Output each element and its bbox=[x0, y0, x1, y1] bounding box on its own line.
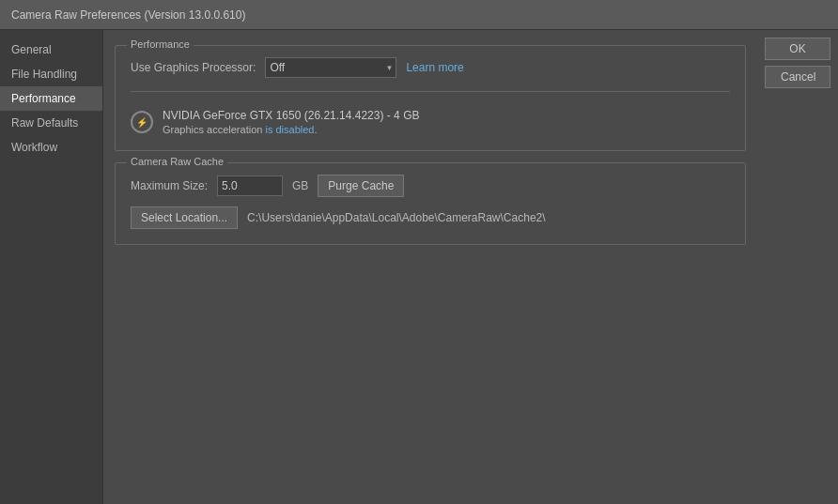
cache-panel-content: Maximum Size: GB Purge Cache Select Loca… bbox=[131, 175, 730, 229]
select-location-button[interactable]: Select Location... bbox=[131, 206, 238, 229]
sidebar-item-general-label: General bbox=[11, 43, 52, 56]
cancel-button[interactable]: Cancel bbox=[765, 66, 830, 88]
gpu-icon: ⚡ bbox=[131, 111, 153, 133]
right-buttons: OK Cancel bbox=[757, 30, 838, 504]
sidebar-item-raw-defaults-label: Raw Defaults bbox=[11, 116, 78, 130]
panels-area: Performance Use Graphics Processor: Off … bbox=[103, 30, 757, 504]
cache-panel-legend: Camera Raw Cache bbox=[127, 156, 227, 167]
performance-panel: Performance Use Graphics Processor: Off … bbox=[115, 45, 746, 151]
purge-cache-button[interactable]: Purge Cache bbox=[318, 175, 404, 197]
sidebar-item-performance[interactable]: Performance bbox=[0, 86, 102, 111]
size-unit-label: GB bbox=[292, 179, 308, 192]
performance-panel-legend: Performance bbox=[127, 38, 194, 50]
dialog-body: General File Handling Performance Raw De… bbox=[0, 30, 838, 504]
cache-panel: Camera Raw Cache Maximum Size: GB Purge … bbox=[115, 162, 746, 245]
dialog-title: Camera Raw Preferences (Version 13.0.0.6… bbox=[11, 8, 245, 22]
performance-panel-content: Use Graphics Processor: Off Basic Normal… bbox=[131, 57, 730, 135]
sidebar-item-general[interactable]: General bbox=[0, 38, 102, 62]
gpu-status: Graphics acceleration is disabled. bbox=[163, 124, 419, 135]
maximum-size-label: Maximum Size: bbox=[131, 179, 208, 192]
sidebar-item-file-handling-label: File Handling bbox=[11, 68, 77, 81]
title-bar: Camera Raw Preferences (Version 13.0.0.6… bbox=[0, 0, 838, 30]
location-row: Select Location... C:\Users\danie\AppDat… bbox=[131, 206, 730, 229]
location-path: C:\Users\danie\AppData\Local\Adobe\Camer… bbox=[247, 211, 546, 224]
sidebar-item-workflow[interactable]: Workflow bbox=[0, 135, 102, 160]
camera-raw-preferences-dialog: Camera Raw Preferences (Version 13.0.0.6… bbox=[0, 0, 838, 504]
use-graphics-processor-label: Use Graphics Processor: bbox=[131, 61, 256, 74]
ok-button[interactable]: OK bbox=[765, 38, 830, 60]
graphics-processor-select[interactable]: Off Basic Normal Advanced bbox=[265, 57, 396, 78]
gpu-name: NVIDIA GeForce GTX 1650 (26.21.14.4223) … bbox=[163, 109, 419, 122]
sidebar-item-performance-label: Performance bbox=[11, 92, 76, 105]
graphics-processor-row: Use Graphics Processor: Off Basic Normal… bbox=[131, 57, 730, 78]
maximum-size-row: Maximum Size: GB Purge Cache bbox=[131, 175, 730, 197]
gpu-status-link: is disabled bbox=[265, 124, 314, 135]
gpu-status-suffix: . bbox=[314, 124, 317, 135]
sidebar-item-workflow-label: Workflow bbox=[11, 141, 57, 154]
graphics-processor-select-wrapper: Off Basic Normal Advanced bbox=[265, 57, 396, 78]
maximum-size-input[interactable] bbox=[217, 176, 283, 196]
gpu-info-row: ⚡ NVIDIA GeForce GTX 1650 (26.21.14.4223… bbox=[131, 105, 730, 135]
learn-more-link[interactable]: Learn more bbox=[406, 61, 463, 74]
gpu-status-prefix: Graphics acceleration bbox=[163, 124, 265, 135]
sidebar: General File Handling Performance Raw De… bbox=[0, 30, 103, 504]
gpu-details: NVIDIA GeForce GTX 1650 (26.21.14.4223) … bbox=[163, 109, 419, 135]
content-area: Performance Use Graphics Processor: Off … bbox=[103, 30, 838, 504]
performance-divider bbox=[131, 91, 730, 92]
sidebar-item-file-handling[interactable]: File Handling bbox=[0, 62, 102, 86]
sidebar-item-raw-defaults[interactable]: Raw Defaults bbox=[0, 111, 102, 135]
